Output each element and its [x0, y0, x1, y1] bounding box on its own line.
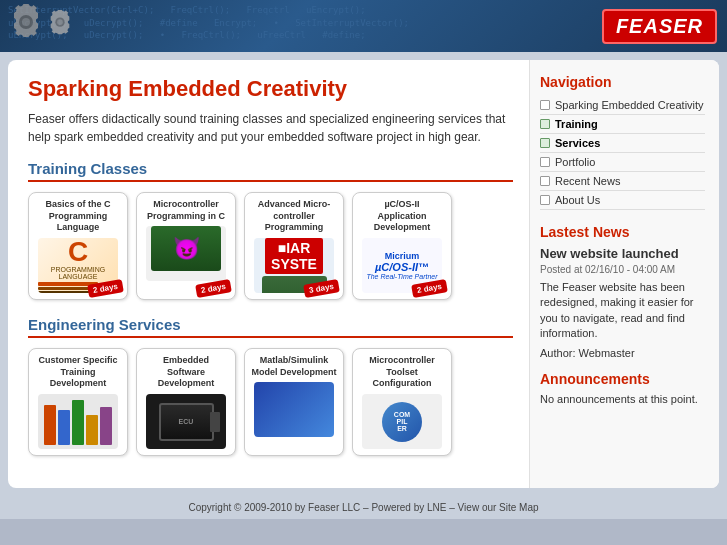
inner-content: Sparking Embedded Creativity Feaser offe… [8, 60, 719, 488]
nav-item-recent-news[interactable]: Recent News [540, 172, 705, 191]
card-books-title: Customer SpecificTraining Development [35, 355, 121, 390]
nav-list: Sparking Embedded Creativity Training Se… [540, 96, 705, 210]
card-matlab-image [254, 382, 334, 437]
card-iar[interactable]: Advanced Micro-controller Programming ■I… [244, 192, 344, 300]
site-logo: FEASER [602, 9, 717, 44]
main-wrapper: Sparking Embedded Creativity Feaser offe… [0, 52, 727, 496]
nav-label-about: About Us [555, 194, 600, 206]
nav-item-home[interactable]: Sparking Embedded Creativity [540, 96, 705, 115]
gear-icon-2 [46, 10, 74, 38]
nav-item-training[interactable]: Training [540, 115, 705, 134]
card-ecu-title: EmbeddedSoftware Development [143, 355, 229, 390]
announcements-title: Announcements [540, 371, 705, 387]
nav-item-services[interactable]: Services [540, 134, 705, 153]
page-title: Sparking Embedded Creativity [28, 76, 513, 102]
latest-news-title: Lastest News [540, 224, 705, 240]
card-micro-image: 😈 [146, 226, 226, 281]
ecu-body: ECU [159, 403, 214, 441]
engineering-section-title: Engineering Services [28, 316, 513, 338]
micrium-logo: Micrium [385, 251, 420, 261]
card-micro-title: MicrocontrollerProgramming in C [143, 199, 229, 222]
nav-label-recent-news: Recent News [555, 175, 620, 187]
nav-checkbox-services [540, 138, 550, 148]
card-iar-title: Advanced Micro-controller Programming [251, 199, 337, 234]
nav-label-services: Services [555, 137, 600, 149]
card-training-dev[interactable]: Customer SpecificTraining Development [28, 348, 128, 456]
nav-checkbox-home [540, 100, 550, 110]
matlab-grid [290, 391, 298, 429]
nav-label-training: Training [555, 118, 598, 130]
card-compiler-image: COMPILER [362, 394, 442, 449]
nav-checkbox-portfolio [540, 157, 550, 167]
card-matlab[interactable]: Matlab/SimulinkModel Development [244, 348, 344, 456]
card-toolset[interactable]: MicrocontrollerToolset Configuration COM… [352, 348, 452, 456]
navigation-title: Navigation [540, 74, 705, 90]
c-sub: PROGRAMMINGLANGUAGE [38, 266, 118, 280]
card-c-title: Basics of the CProgramming Language [35, 199, 121, 234]
news-date: Posted at 02/16/10 - 04:00 AM [540, 264, 705, 275]
card-matlab-title: Matlab/SimulinkModel Development [251, 355, 337, 378]
header-gears [8, 4, 74, 40]
nav-checkbox-about [540, 195, 550, 205]
left-panel: Sparking Embedded Creativity Feaser offe… [8, 60, 529, 488]
card-rtos[interactable]: µC/OS-II ApplicationDevelopment Micrium … [352, 192, 452, 300]
training-cards-grid: Basics of the CProgramming Language C PR… [28, 192, 513, 300]
compiler-icon: COMPILER [382, 402, 422, 442]
c-logo: C [38, 238, 118, 266]
card-compiler-title: MicrocontrollerToolset Configuration [359, 355, 445, 390]
footer: Copyright © 2009-2010 by Feaser LLC – Po… [0, 496, 727, 519]
card-books-image [38, 394, 118, 449]
nav-item-portfolio[interactable]: Portfolio [540, 153, 705, 172]
footer-text: Copyright © 2009-2010 by Feaser LLC – Po… [188, 502, 538, 513]
micro-days-badge: 2 days [195, 279, 232, 298]
iar-logo: ■IARSYSTE [265, 238, 323, 274]
svg-point-3 [57, 19, 63, 25]
content-area: Sparking Embedded Creativity Feaser offe… [8, 60, 719, 488]
training-section-title: Training Classes [28, 160, 513, 182]
intro-text: Feaser offers didactically sound trainin… [28, 110, 513, 146]
ecu-connector [210, 412, 220, 432]
nav-item-about[interactable]: About Us [540, 191, 705, 210]
card-c-programming[interactable]: Basics of the CProgramming Language C PR… [28, 192, 128, 300]
rtos-sub: The Real-Time Partner [366, 273, 437, 280]
ucos-logo: µC/OS-II™ [375, 261, 429, 273]
engineering-cards-grid: Customer SpecificTraining Development Em… [28, 348, 513, 456]
news-article-title: New website launched [540, 246, 705, 261]
nav-checkbox-recent-news [540, 176, 550, 186]
news-body-text: The Feaser website has been redesigned, … [540, 280, 705, 342]
nav-label-portfolio: Portfolio [555, 156, 595, 168]
nav-checkbox-training [540, 119, 550, 129]
card-microcontroller[interactable]: MicrocontrollerProgramming in C 😈 2 days [136, 192, 236, 300]
devil-icon: 😈 [173, 236, 200, 262]
micro-board: 😈 [151, 226, 221, 271]
right-sidebar: Navigation Sparking Embedded Creativity … [529, 60, 719, 488]
announcements-body: No announcements at this point. [540, 393, 705, 405]
gear-icon-1 [8, 4, 44, 40]
site-header: SetInterruptVector(Ctrl+C); FreqCtrl(); … [0, 0, 727, 52]
svg-point-1 [22, 18, 30, 26]
news-author: Author: Webmaster [540, 347, 705, 359]
card-ecu-image: ECU [146, 394, 226, 449]
card-embedded-dev[interactable]: EmbeddedSoftware Development ECU [136, 348, 236, 456]
card-rtos-title: µC/OS-II ApplicationDevelopment [359, 199, 445, 234]
nav-label-home: Sparking Embedded Creativity [555, 99, 704, 111]
